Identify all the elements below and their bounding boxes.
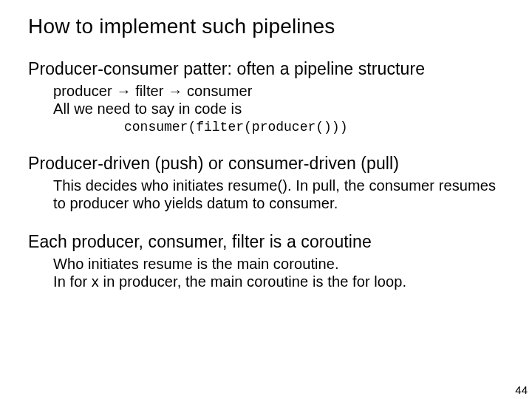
section-1: Producer-consumer patter: often a pipeli…: [28, 59, 504, 134]
section-heading: Each producer, consumer, filter is a cor…: [28, 232, 504, 252]
section-line: This decides who initiates resume(). In …: [53, 177, 504, 213]
code-line: consumer(filter(producer())): [124, 120, 504, 134]
slide-title: How to implement such pipelines: [28, 15, 504, 38]
section-line: In for x in producer, the main coroutine…: [53, 273, 504, 290]
section-line: All we need to say in code is: [53, 100, 504, 117]
section-2: Producer-driven (push) or consumer-drive…: [28, 154, 504, 213]
section-3: Each producer, consumer, filter is a cor…: [28, 232, 504, 291]
page-number: 44: [515, 383, 528, 396]
section-line: Who initiates resume is the main corouti…: [53, 255, 504, 273]
section-heading: Producer-consumer patter: often a pipeli…: [28, 59, 504, 79]
slide: How to implement such pipelines Producer…: [0, 0, 532, 290]
pipeline-text: producer → filter → consumer: [53, 83, 253, 99]
section-line: producer → filter → consumer: [53, 82, 504, 100]
section-heading: Producer-driven (push) or consumer-drive…: [28, 154, 504, 174]
